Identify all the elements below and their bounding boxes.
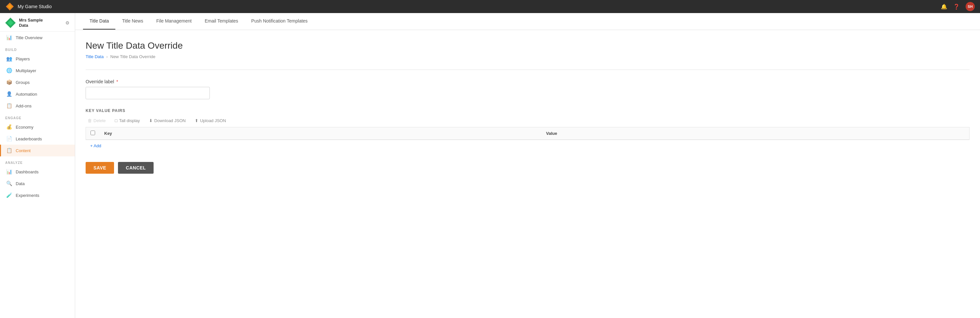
main-content: Title Data Title News File Management Em…: [75, 13, 980, 318]
sidebar-item-label: Add-ons: [16, 103, 31, 108]
cancel-button[interactable]: CANCEL: [118, 162, 154, 174]
tall-display-button[interactable]: □ Tall display: [113, 117, 142, 124]
breadcrumb: Title Data › New Title Data Override: [86, 54, 970, 59]
section-label-analyze: ANALYZE: [0, 157, 75, 166]
top-nav-right: 🔔 ❓ SH: [941, 2, 975, 11]
help-icon[interactable]: ❓: [953, 3, 960, 10]
table-header-checkbox: [86, 127, 100, 140]
sidebar-item-players[interactable]: 👥 Players: [0, 53, 75, 65]
app-logo: [5, 2, 14, 11]
sidebar-item-content[interactable]: 📋 Content: [0, 145, 75, 157]
tab-email-templates[interactable]: Email Templates: [198, 13, 244, 30]
upload-json-button[interactable]: ⬆ Upload JSON: [193, 117, 228, 124]
sidebar-item-data[interactable]: 🔍 Data: [0, 177, 75, 189]
sidebar-item-label: Dashboards: [16, 169, 38, 174]
tab-file-management[interactable]: File Management: [150, 13, 198, 30]
sidebar-item-experiments[interactable]: 🧪 Experiments: [0, 189, 75, 201]
sidebar-item-label: Leaderboards: [16, 136, 42, 141]
brand-logo: [5, 17, 16, 28]
breadcrumb-current: New Title Data Override: [110, 54, 156, 59]
sidebar-item-label: Data: [16, 181, 24, 186]
download-icon: ⬇: [149, 118, 153, 123]
sidebar-item-label: Economy: [16, 125, 33, 130]
add-row-button[interactable]: + Add: [86, 140, 970, 152]
dashboards-icon: 📊: [6, 169, 13, 175]
sidebar-item-label: Multiplayer: [16, 68, 36, 73]
page-title: New Title Data Override: [86, 41, 970, 51]
form-actions: SAVE CANCEL: [86, 162, 970, 174]
key-value-pairs-title: KEY VALUE PAIRS: [86, 108, 970, 113]
tab-title-data[interactable]: Title Data: [83, 13, 115, 30]
sidebar-item-multiplayer[interactable]: 🌐 Multiplayer: [0, 65, 75, 76]
divider: [86, 70, 970, 70]
table-header-key: Key: [100, 127, 541, 140]
breadcrumb-separator: ›: [106, 54, 108, 59]
tabs-bar: Title Data Title News File Management Em…: [75, 13, 980, 30]
sidebar-item-label: Players: [16, 57, 30, 62]
override-label-text: Override label *: [86, 79, 970, 84]
required-star: *: [115, 79, 118, 84]
sidebar-item-automation[interactable]: 👤 Automation: [0, 88, 75, 100]
sidebar-item-label: Experiments: [16, 193, 39, 198]
sidebar-brand: Mrs SampleData: [5, 17, 43, 28]
select-all-checkbox[interactable]: [91, 131, 95, 135]
tall-display-icon: □: [115, 118, 118, 123]
chart-icon: 📊: [6, 35, 13, 41]
settings-icon[interactable]: ⚙: [65, 20, 70, 25]
sidebar-item-leaderboards[interactable]: 📄 Leaderboards: [0, 133, 75, 145]
economy-icon: 💰: [6, 124, 13, 130]
sidebar-item-dashboards[interactable]: 📊 Dashboards: [0, 166, 75, 177]
content-area: New Title Data Override Title Data › New…: [75, 30, 980, 318]
app-title: My Game Studio: [18, 4, 52, 9]
override-label-field: Override label *: [86, 79, 970, 99]
section-label-engage: ENGAGE: [0, 112, 75, 121]
sidebar-item-label: Title Overview: [16, 35, 43, 40]
content-icon: 📋: [6, 147, 13, 153]
override-label-input[interactable]: [86, 87, 210, 99]
user-avatar[interactable]: SH: [966, 2, 975, 11]
groups-icon: 📦: [6, 79, 13, 85]
sidebar: Mrs SampleData ⚙ 📊 Title Overview BUILD …: [0, 13, 75, 318]
addons-icon: 📋: [6, 103, 13, 109]
data-icon: 🔍: [6, 180, 13, 187]
sidebar-item-label: Groups: [16, 80, 30, 85]
main-layout: Mrs SampleData ⚙ 📊 Title Overview BUILD …: [0, 13, 980, 318]
notification-icon[interactable]: 🔔: [941, 3, 947, 10]
delete-button[interactable]: 🗑 Delete: [86, 117, 108, 124]
sidebar-header: Mrs SampleData ⚙: [0, 13, 75, 32]
top-nav: My Game Studio 🔔 ❓ SH: [0, 0, 980, 13]
download-json-button[interactable]: ⬇ Download JSON: [147, 117, 188, 124]
kv-table: Key Value: [86, 127, 970, 140]
sidebar-item-label: Automation: [16, 92, 37, 97]
section-label-build: BUILD: [0, 43, 75, 53]
multiplayer-icon: 🌐: [6, 68, 13, 73]
upload-icon: ⬆: [195, 118, 198, 123]
brand-name: Mrs SampleData: [19, 17, 43, 28]
sidebar-item-add-ons[interactable]: 📋 Add-ons: [0, 100, 75, 112]
automation-icon: 👤: [6, 91, 13, 97]
trash-icon: 🗑: [88, 118, 92, 123]
kv-toolbar: 🗑 Delete □ Tall display ⬇ Download JSON …: [86, 117, 970, 124]
save-button[interactable]: SAVE: [86, 162, 114, 174]
sidebar-item-economy[interactable]: 💰 Economy: [0, 121, 75, 133]
sidebar-item-groups[interactable]: 📦 Groups: [0, 76, 75, 88]
players-icon: 👥: [6, 56, 13, 62]
tab-push-notification-templates[interactable]: Push Notification Templates: [245, 13, 314, 30]
top-nav-left: My Game Studio: [5, 2, 52, 11]
experiments-icon: 🧪: [6, 192, 13, 198]
tab-title-news[interactable]: Title News: [115, 13, 150, 30]
leaderboards-icon: 📄: [6, 136, 13, 142]
table-header-value: Value: [541, 127, 970, 140]
sidebar-item-title-overview[interactable]: 📊 Title Overview: [0, 32, 75, 43]
brand-logo-inner: [8, 20, 13, 26]
breadcrumb-link[interactable]: Title Data: [86, 54, 103, 59]
sidebar-item-label: Content: [16, 148, 31, 153]
